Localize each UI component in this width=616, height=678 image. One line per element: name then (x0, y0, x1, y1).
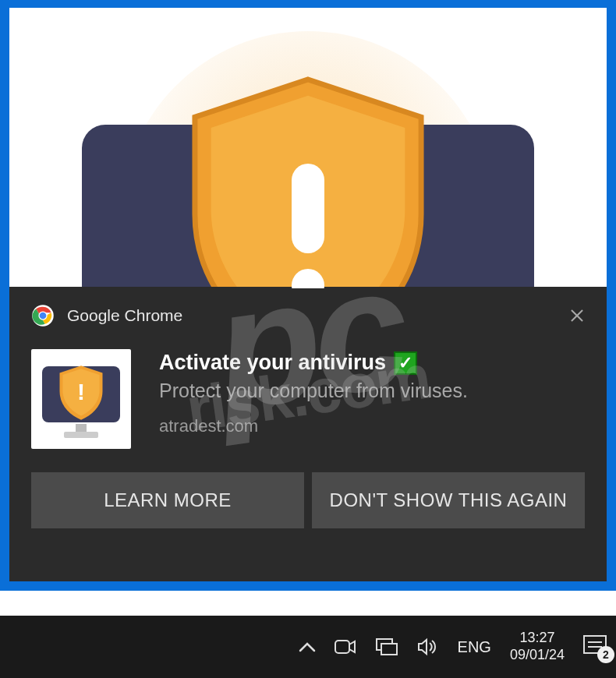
window-frame: Google Chrome ! Activate your antivirus … (0, 0, 616, 591)
action-center-badge: 2 (597, 646, 614, 663)
notification-subtitle: Protect your computer from viruses. (159, 380, 468, 402)
tray-overflow-icon[interactable] (299, 641, 316, 652)
chrome-icon (31, 304, 55, 327)
volume-icon[interactable] (417, 637, 439, 656)
clock[interactable]: 13:27 09/01/24 (510, 630, 565, 663)
meet-now-icon[interactable] (335, 638, 356, 655)
checkmark-icon: ✓ (394, 351, 417, 375)
action-center-icon[interactable]: 2 (583, 635, 610, 659)
svg-rect-5 (381, 644, 397, 655)
learn-more-button[interactable]: LEARN MORE (31, 472, 304, 528)
dont-show-again-button[interactable]: DON'T SHOW THIS AGAIN (312, 472, 585, 528)
notification-header: Google Chrome (9, 287, 607, 335)
hero-image (9, 8, 607, 288)
language-indicator[interactable]: ENG (458, 638, 491, 656)
notification-title: Activate your antivirus (159, 351, 386, 375)
taskbar: ENG 13:27 09/01/24 2 (0, 616, 616, 678)
notification-title-row: Activate your antivirus ✓ (159, 351, 468, 375)
svg-rect-3 (335, 641, 349, 653)
notification-thumbnail: ! (31, 349, 131, 449)
notification-body[interactable]: ! Activate your antivirus ✓ Protect your… (9, 335, 607, 463)
notification-text: Activate your antivirus ✓ Protect your c… (159, 349, 468, 449)
close-icon[interactable] (569, 308, 585, 323)
monitor-stand-icon (64, 432, 98, 438)
gap (0, 591, 616, 616)
clock-time: 13:27 (510, 630, 565, 647)
notification-domain: atradest.com (159, 416, 468, 436)
chrome-notification: Google Chrome ! Activate your antivirus … (9, 287, 607, 581)
notification-actions: LEARN MORE DON'T SHOW THIS AGAIN (9, 463, 607, 550)
network-icon[interactable] (375, 637, 398, 656)
svg-point-2 (40, 313, 47, 320)
clock-date: 09/01/24 (510, 647, 565, 664)
exclamation-icon (292, 164, 324, 288)
notification-app-name: Google Chrome (67, 306, 182, 325)
exclamation-icon: ! (77, 379, 85, 405)
